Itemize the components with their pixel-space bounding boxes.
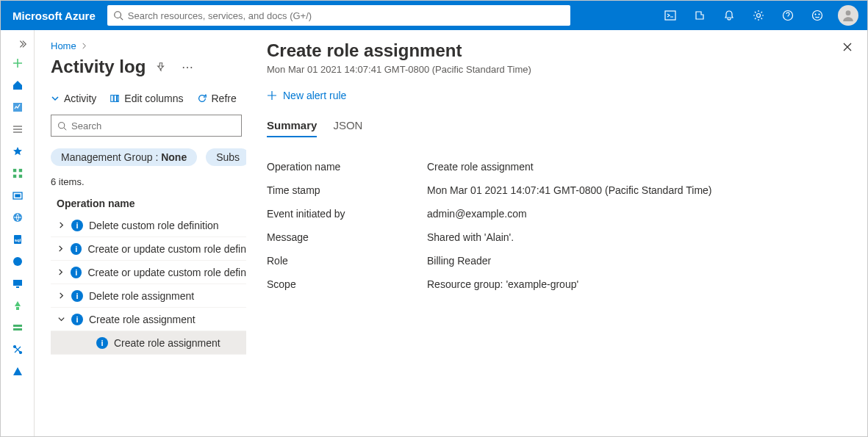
page-title: Activity log	[51, 57, 146, 77]
refresh-icon	[197, 93, 207, 104]
resource-groups-icon[interactable]	[1, 184, 35, 206]
filter-mg-label: Management Group :	[61, 151, 161, 163]
detail-field-key: Operation name	[267, 161, 427, 173]
detail-field-value: Resource group: 'example-group'	[427, 278, 578, 290]
svg-rect-27	[13, 328, 22, 331]
chevron-right-icon[interactable]	[51, 221, 71, 229]
close-icon	[842, 42, 853, 52]
svg-rect-15	[12, 175, 15, 178]
svg-rect-24	[16, 286, 19, 288]
tab-json[interactable]: JSON	[333, 119, 362, 137]
activity-row[interactable]: iDelete role assignment	[51, 284, 246, 308]
activity-row[interactable]: iCreate role assignment	[51, 308, 246, 331]
tab-summary[interactable]: Summary	[267, 119, 317, 137]
svg-rect-25	[16, 307, 19, 310]
refresh-label: Refre	[212, 93, 237, 104]
item-count: 6 items.	[51, 176, 246, 187]
chevron-right-icon	[81, 43, 87, 49]
dashboard-icon[interactable]	[1, 96, 35, 118]
detail-field-key: Scope	[267, 278, 427, 290]
notifications-icon[interactable]	[714, 1, 744, 30]
left-rail: sql	[1, 30, 35, 436]
all-resources-icon[interactable]	[1, 162, 35, 184]
home-icon[interactable]	[1, 74, 35, 96]
detail-field-value: Mon Mar 01 2021 14:07:41 GMT-0800 (Pacif…	[427, 184, 712, 196]
info-icon: i	[96, 337, 108, 349]
help-icon[interactable]	[773, 1, 803, 30]
info-icon: i	[71, 290, 83, 302]
activity-row-label: Delete custom role definition	[89, 220, 219, 231]
detail-field-key: Event initiated by	[267, 208, 427, 220]
chevron-down-icon	[51, 94, 60, 103]
feedback-icon[interactable]	[803, 1, 832, 30]
column-header-operation[interactable]: Operation name	[51, 198, 246, 209]
chevron-right-icon[interactable]	[51, 268, 71, 276]
virtual-machines-icon[interactable]	[1, 272, 35, 295]
svg-text:sql: sql	[14, 238, 21, 242]
detail-tabs: Summary JSON	[267, 119, 851, 137]
activity-row-label: Create or update custom role defin	[87, 267, 246, 278]
svg-rect-32	[118, 95, 119, 102]
svg-point-3	[757, 14, 761, 18]
svg-point-28	[13, 346, 15, 348]
activity-dropdown[interactable]: Activity	[51, 93, 96, 104]
detail-field: Event initiated byadmin@example.com	[267, 202, 851, 225]
activity-row[interactable]: iCreate or update custom role defin	[51, 237, 246, 261]
detail-field-value: Shared with 'Alain'.	[427, 231, 514, 243]
refresh-button[interactable]: Refre	[197, 93, 237, 104]
svg-point-5	[813, 11, 822, 21]
detail-field: MessageShared with 'Alain'.	[267, 225, 851, 249]
global-search[interactable]	[107, 5, 570, 26]
edit-columns-button[interactable]: Edit columns	[110, 93, 183, 104]
chevron-right-icon[interactable]	[51, 292, 71, 300]
settings-icon[interactable]	[744, 1, 773, 30]
info-icon: i	[71, 220, 83, 231]
virtual-networks-icon[interactable]	[1, 339, 35, 361]
chevron-down-icon[interactable]	[51, 315, 71, 323]
breadcrumb[interactable]: Home	[51, 40, 246, 51]
close-button[interactable]	[842, 42, 853, 52]
create-resource-icon[interactable]	[1, 52, 35, 74]
svg-rect-16	[18, 175, 21, 178]
columns-icon	[110, 93, 120, 104]
pin-icon[interactable]	[150, 56, 172, 78]
list-search-input[interactable]	[71, 120, 235, 131]
breadcrumb-home[interactable]: Home	[51, 40, 76, 51]
info-icon: i	[71, 243, 82, 255]
activity-row[interactable]: iDelete custom role definition	[51, 214, 246, 237]
filter-sub-label: Subs	[216, 151, 240, 163]
filter-subscription[interactable]: Subs	[206, 148, 246, 166]
filter-mg-value: None	[161, 151, 187, 163]
global-search-input[interactable]	[128, 10, 564, 21]
svg-point-8	[846, 10, 851, 15]
expand-rail-icon[interactable]	[1, 36, 35, 52]
favorites-icon[interactable]	[1, 140, 35, 162]
svg-line-1	[120, 18, 123, 21]
activity-row-child[interactable]: iCreate role assignment	[51, 331, 246, 355]
detail-panel: Create role assignment Mon Mar 01 2021 1…	[246, 30, 867, 436]
load-balancers-icon[interactable]	[1, 295, 35, 317]
brand: Microsoft Azure	[1, 10, 107, 22]
more-icon[interactable]: ⋯	[176, 56, 198, 78]
list-search[interactable]	[51, 115, 242, 137]
azure-ad-icon[interactable]	[1, 361, 35, 383]
plus-icon	[267, 90, 277, 101]
svg-point-22	[13, 257, 22, 266]
activity-row-label: Create role assignment	[114, 337, 220, 349]
cloud-shell-icon[interactable]	[656, 1, 685, 30]
storage-icon[interactable]	[1, 317, 35, 339]
avatar[interactable]	[838, 5, 858, 26]
chevron-right-icon[interactable]	[51, 245, 71, 253]
cosmos-db-icon[interactable]	[1, 250, 35, 272]
search-icon	[57, 121, 67, 131]
svg-rect-26	[13, 325, 22, 327]
svg-point-33	[59, 122, 65, 128]
detail-field: Operation nameCreate role assignment	[267, 155, 851, 178]
app-services-icon[interactable]	[1, 206, 35, 228]
new-alert-rule-button[interactable]: New alert rule	[267, 90, 851, 101]
directories-icon[interactable]	[685, 1, 714, 30]
sql-databases-icon[interactable]: sql	[1, 228, 35, 250]
filter-management-group[interactable]: Management Group : None	[51, 148, 197, 166]
all-services-icon[interactable]	[1, 118, 35, 140]
activity-row[interactable]: iCreate or update custom role defin	[51, 261, 246, 284]
